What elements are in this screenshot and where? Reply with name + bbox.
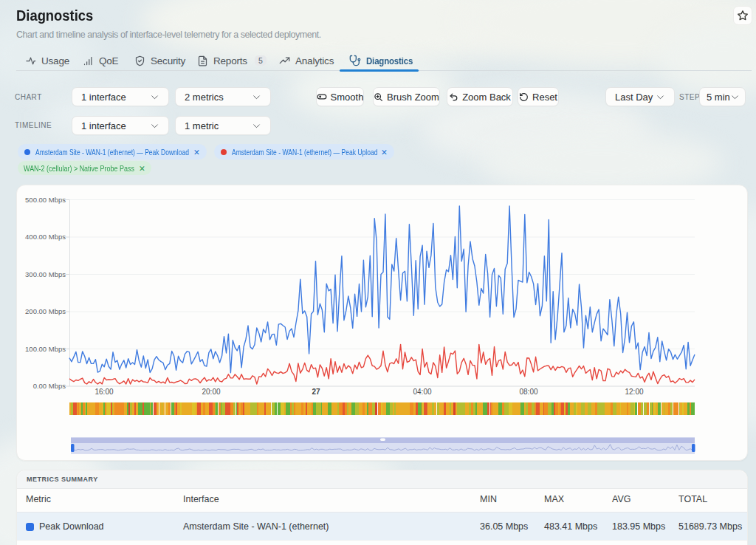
svg-text:08:00: 08:00 <box>519 388 537 396</box>
svg-text:27: 27 <box>312 388 320 396</box>
svg-text:100.00 Mbps: 100.00 Mbps <box>25 345 66 353</box>
svg-text:300.00 Mbps: 300.00 Mbps <box>25 270 66 278</box>
svg-text:500.00 Mbps: 500.00 Mbps <box>25 196 66 204</box>
svg-text:400.00 Mbps: 400.00 Mbps <box>25 233 66 241</box>
svg-text:04:00: 04:00 <box>413 388 431 396</box>
svg-text:200.00 Mbps: 200.00 Mbps <box>25 307 66 315</box>
svg-text:0.00 Mbps: 0.00 Mbps <box>33 382 66 390</box>
svg-text:12:00: 12:00 <box>625 388 643 396</box>
svg-text:16:00: 16:00 <box>94 388 113 396</box>
svg-text:20:00: 20:00 <box>202 388 220 396</box>
